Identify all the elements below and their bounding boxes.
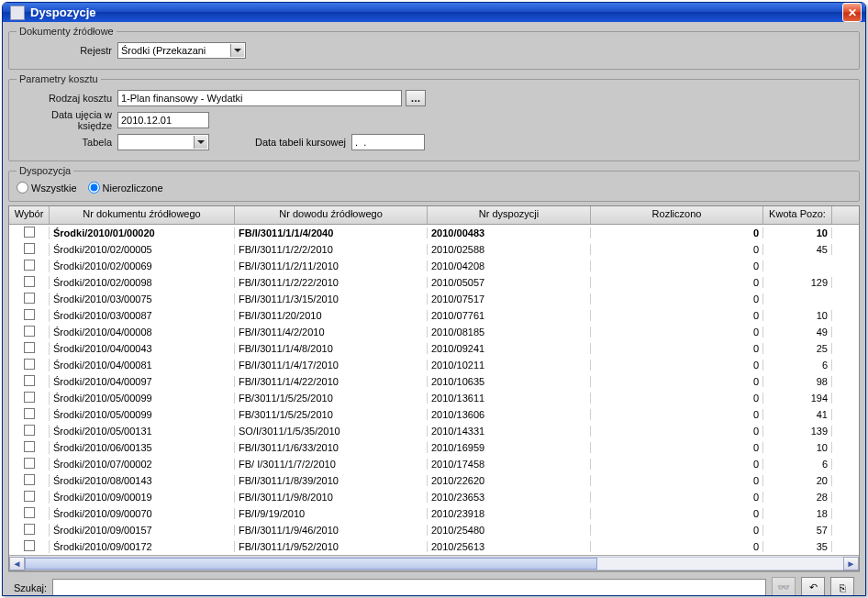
cell-kwota: 57 bbox=[763, 525, 832, 536]
scroll-left-button[interactable]: ◄ bbox=[9, 557, 25, 570]
table-row[interactable]: Środki/2010/02/00005FB/I/3011/1/2/2/2010… bbox=[9, 241, 859, 258]
cell-checkbox[interactable] bbox=[9, 276, 50, 289]
label-tabela: Tabela bbox=[17, 137, 117, 148]
table-row[interactable]: Środki/2010/09/00172FB/I/3011/1/9/52/201… bbox=[9, 538, 859, 555]
cell-checkbox[interactable] bbox=[9, 507, 50, 520]
cell-checkbox[interactable] bbox=[9, 474, 50, 487]
col-wybor[interactable]: Wybór bbox=[9, 206, 50, 224]
undo-button[interactable]: ↶ bbox=[801, 577, 825, 597]
cell-checkbox[interactable] bbox=[9, 243, 50, 256]
table-row[interactable]: Środki/2010/09/00157FB/I/3011/1/9/46/201… bbox=[9, 522, 859, 538]
checkbox-icon[interactable] bbox=[24, 342, 35, 353]
checkbox-icon[interactable] bbox=[24, 293, 35, 304]
checkbox-icon[interactable] bbox=[24, 359, 35, 370]
checkbox-icon[interactable] bbox=[24, 392, 35, 403]
cell-kwota: 18 bbox=[763, 508, 832, 519]
cell-nr-dok: Środki/2010/02/00069 bbox=[50, 260, 235, 271]
cell-nr-dowodu: FB/3011/1/5/25/2010 bbox=[235, 409, 428, 420]
table-row[interactable]: Środki/2010/06/00135FB/I/3011/1/6/33/201… bbox=[9, 439, 859, 456]
table-row[interactable]: Środki/2010/08/00143FB/I/3011/1/8/39/201… bbox=[9, 472, 859, 489]
cell-checkbox[interactable] bbox=[9, 491, 50, 504]
checkbox-icon[interactable] bbox=[24, 276, 35, 287]
cell-rozliczono: 0 bbox=[591, 426, 763, 437]
radio-wszystkie-label[interactable]: Wszystkie bbox=[17, 182, 77, 194]
table-row[interactable]: Środki/2010/09/00019FB/I/3011/1/9/8/2010… bbox=[9, 489, 859, 505]
scroll-right-button[interactable]: ► bbox=[843, 557, 859, 570]
cell-checkbox[interactable] bbox=[9, 342, 50, 355]
binoculars-button[interactable]: 👓 bbox=[772, 577, 796, 597]
cell-checkbox[interactable] bbox=[9, 425, 50, 437]
cell-checkbox[interactable] bbox=[9, 359, 50, 371]
checkbox-icon[interactable] bbox=[24, 540, 35, 551]
table-row[interactable]: Środki/2010/05/00099FB/3011/1/5/25/20102… bbox=[9, 390, 859, 406]
input-data-ujecia[interactable] bbox=[117, 112, 209, 128]
table-row[interactable]: Środki/2010/04/00081FB/I/3011/1/4/17/201… bbox=[9, 357, 859, 373]
checkbox-icon[interactable] bbox=[24, 243, 35, 254]
checkbox-icon[interactable] bbox=[24, 425, 35, 436]
ellipsis-icon: … bbox=[411, 93, 421, 104]
checkbox-icon[interactable] bbox=[24, 474, 35, 485]
checkbox-icon[interactable] bbox=[24, 458, 35, 469]
exit-button[interactable]: ⎘ bbox=[830, 577, 854, 597]
cell-checkbox[interactable] bbox=[9, 293, 50, 305]
close-button[interactable]: ✕ bbox=[842, 3, 862, 22]
combo-tabela[interactable] bbox=[117, 134, 209, 150]
col-nr-dysp[interactable]: Nr dyspozycji bbox=[428, 206, 591, 224]
cell-checkbox[interactable] bbox=[9, 458, 50, 471]
scroll-track[interactable] bbox=[25, 557, 843, 570]
radio-nierozliczone-label[interactable]: Nierozliczone bbox=[88, 182, 163, 194]
checkbox-icon[interactable] bbox=[24, 507, 35, 518]
col-kwota[interactable]: Kwota Pozo: bbox=[763, 206, 832, 224]
cell-checkbox[interactable] bbox=[9, 441, 50, 454]
col-rozliczono[interactable]: Rozliczono bbox=[591, 206, 763, 224]
checkbox-icon[interactable] bbox=[24, 227, 35, 238]
cell-checkbox[interactable] bbox=[9, 540, 50, 553]
table-row[interactable]: Środki/2010/03/00087FB/I/3011/20/2010201… bbox=[9, 307, 859, 324]
table-row[interactable]: Środki/2010/04/00043FB/I/3011/1/4/8/2010… bbox=[9, 340, 859, 357]
col-nr-dowodu[interactable]: Nr dowodu źródłowego bbox=[235, 206, 428, 224]
grid-body[interactable]: Środki/2010/01/00020FB/I/3011/1/1/4/2040… bbox=[9, 225, 859, 555]
table-row[interactable]: Środki/2010/05/00131SO/I/3011/1/5/35/201… bbox=[9, 423, 859, 439]
radio-nierozliczone[interactable] bbox=[88, 182, 100, 194]
scroll-thumb[interactable] bbox=[25, 558, 597, 570]
table-row[interactable]: Środki/2010/01/00020FB/I/3011/1/1/4/2040… bbox=[9, 225, 859, 241]
checkbox-icon[interactable] bbox=[24, 524, 35, 535]
search-input[interactable] bbox=[52, 579, 766, 597]
lookup-rodzaj-button[interactable]: … bbox=[406, 90, 426, 106]
cell-checkbox[interactable] bbox=[9, 375, 50, 388]
cell-checkbox[interactable] bbox=[9, 227, 50, 239]
table-row[interactable]: Środki/2010/05/00099FB/3011/1/5/25/20102… bbox=[9, 406, 859, 423]
table-row[interactable]: Środki/2010/03/00075FB/I/3011/1/3/15/201… bbox=[9, 291, 859, 307]
radio-wszystkie[interactable] bbox=[17, 182, 28, 194]
cell-nr-dowodu: FB/I/3011/1/9/52/2010 bbox=[235, 541, 428, 552]
cell-kwota: 20 bbox=[763, 475, 832, 486]
cell-checkbox[interactable] bbox=[9, 408, 50, 421]
cell-checkbox[interactable] bbox=[9, 524, 50, 537]
table-row[interactable]: Środki/2010/02/00069FB/I/3011/1/2/11/201… bbox=[9, 258, 859, 274]
cell-checkbox[interactable] bbox=[9, 326, 50, 338]
table-row[interactable]: Środki/2010/07/00002FB/ I/3011/1/7/2/201… bbox=[9, 456, 859, 472]
checkbox-icon[interactable] bbox=[24, 441, 35, 452]
cell-kwota: 10 bbox=[763, 310, 832, 321]
cell-checkbox[interactable] bbox=[9, 260, 50, 272]
checkbox-icon[interactable] bbox=[24, 326, 35, 337]
input-data-tabeli[interactable] bbox=[351, 134, 425, 150]
cell-nr-dok: Środki/2010/09/00172 bbox=[50, 541, 235, 552]
table-row[interactable]: Środki/2010/02/00098FB/I/3011/1/2/22/201… bbox=[9, 274, 859, 291]
checkbox-icon[interactable] bbox=[24, 375, 35, 386]
table-row[interactable]: Środki/2010/04/00008FB/I/3011/4/2/201020… bbox=[9, 324, 859, 340]
cell-checkbox[interactable] bbox=[9, 392, 50, 404]
col-nr-dok[interactable]: Nr dokumentu źródłowego bbox=[50, 206, 235, 224]
checkbox-icon[interactable] bbox=[24, 408, 35, 419]
checkbox-icon[interactable] bbox=[24, 309, 35, 320]
input-rodzaj[interactable] bbox=[117, 90, 402, 106]
combo-rejestr[interactable]: Środki (Przekazani bbox=[117, 42, 246, 59]
table-row[interactable]: Środki/2010/09/00070FB/I/9/19/20102010/2… bbox=[9, 505, 859, 522]
horizontal-scrollbar[interactable]: ◄ ► bbox=[9, 555, 859, 570]
checkbox-icon[interactable] bbox=[24, 491, 35, 502]
titlebar[interactable]: Dyspozycje ✕ bbox=[3, 3, 865, 22]
table-row[interactable]: Środki/2010/04/00097FB/I/3011/1/4/22/201… bbox=[9, 373, 859, 390]
cell-checkbox[interactable] bbox=[9, 309, 50, 322]
checkbox-icon[interactable] bbox=[24, 260, 35, 271]
cell-nr-dysp: 2010/14331 bbox=[428, 426, 591, 437]
